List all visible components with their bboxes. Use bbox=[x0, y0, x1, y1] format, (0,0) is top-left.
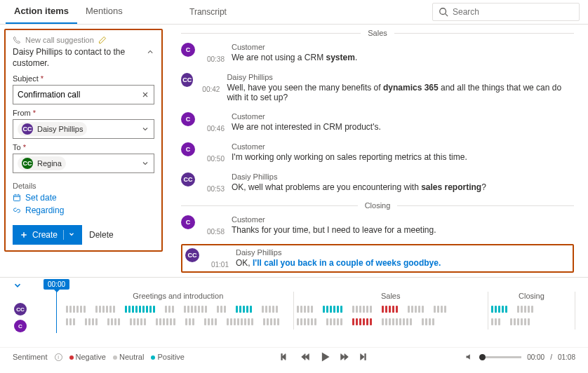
forward-icon[interactable] bbox=[340, 352, 349, 362]
chevron-down-icon[interactable] bbox=[141, 159, 149, 168]
delete-button[interactable]: Delete bbox=[89, 230, 114, 240]
chevron-down-icon[interactable] bbox=[141, 125, 149, 133]
speaker: Dasiy Phillips bbox=[232, 172, 486, 181]
timestamp: 00:38 bbox=[202, 43, 225, 63]
track-avatar-customer: C bbox=[14, 320, 27, 332]
svg-marker-17 bbox=[361, 354, 364, 360]
timeline-collapse-icon[interactable] bbox=[13, 280, 22, 290]
svg-rect-18 bbox=[365, 354, 366, 360]
set-date-link[interactable]: Set date bbox=[13, 193, 154, 203]
transcript-panel: Sales C 00:38 Customer We are not using … bbox=[167, 25, 588, 277]
card-title: Daisy Phillips to contact to the custome… bbox=[13, 47, 146, 69]
volume-icon[interactable] bbox=[465, 353, 474, 361]
action-item-card: New call suggestion Daisy Phillips to co… bbox=[4, 29, 163, 252]
rewind-icon[interactable] bbox=[300, 352, 310, 362]
info-icon[interactable]: i bbox=[55, 353, 62, 361]
subject-input-wrap[interactable] bbox=[13, 85, 154, 104]
speaker: Daisy Phillips bbox=[236, 248, 441, 257]
svg-marker-15 bbox=[341, 354, 345, 360]
to-input-wrap[interactable]: CC Regina bbox=[13, 154, 154, 173]
transcript-label: Transcript bbox=[189, 7, 227, 17]
svg-marker-16 bbox=[345, 354, 348, 360]
svg-marker-13 bbox=[305, 354, 309, 360]
transcript-message[interactable]: C 00:50 Customer I'm working only workin… bbox=[181, 141, 574, 164]
link-icon bbox=[13, 206, 21, 215]
message-text: We are not using a CRM system. bbox=[232, 53, 357, 62]
plus-icon bbox=[20, 231, 28, 239]
to-label: To bbox=[13, 143, 21, 151]
message-text: Well, have you seen the many benefits of… bbox=[227, 83, 574, 102]
section-sales: Sales bbox=[368, 29, 387, 37]
create-button[interactable]: Create bbox=[13, 225, 82, 245]
message-text: OK, well what problems are you encounter… bbox=[232, 182, 486, 192]
svg-marker-12 bbox=[302, 354, 305, 360]
sentiment-legend: Sentiment i Negative Neutral Positive bbox=[13, 353, 185, 361]
timeline-section[interactable]: Greetings and introduction bbox=[63, 292, 294, 330]
search-box[interactable] bbox=[432, 3, 580, 21]
speaker: Customer bbox=[232, 112, 381, 121]
suggestion-label: New call suggestion bbox=[25, 36, 94, 44]
svg-marker-19 bbox=[467, 354, 470, 360]
avatar: CC bbox=[185, 248, 199, 262]
volume-slider[interactable] bbox=[479, 356, 521, 358]
speaker: Daisy Phillips bbox=[227, 73, 574, 81]
collapse-icon[interactable] bbox=[146, 47, 154, 57]
timeline-track bbox=[63, 317, 293, 327]
timeline-track bbox=[294, 304, 488, 314]
tab-action-items[interactable]: Action items bbox=[6, 0, 77, 24]
timestamp: 00:46 bbox=[202, 112, 225, 133]
timeline-track bbox=[488, 304, 575, 314]
play-icon[interactable] bbox=[320, 352, 330, 362]
calendar-icon bbox=[13, 194, 21, 202]
tabs: Action items Mentions bbox=[0, 0, 175, 24]
message-text: I'm working only working on sales report… bbox=[232, 152, 467, 162]
track-avatar-agent: CC bbox=[14, 303, 27, 316]
transcript-message[interactable]: CC 01:01 Daisy Phillips OK, I'll call yo… bbox=[181, 244, 574, 273]
from-input-wrap[interactable]: CC Daisy Phillips bbox=[13, 119, 154, 139]
message-text: OK, I'll call you back in a couple of we… bbox=[236, 258, 441, 268]
tab-mentions[interactable]: Mentions bbox=[77, 0, 131, 24]
speaker: Customer bbox=[232, 43, 357, 51]
edit-icon[interactable] bbox=[98, 36, 107, 44]
timestamp: 00:50 bbox=[202, 142, 225, 163]
svg-rect-11 bbox=[281, 354, 282, 360]
transcript-message[interactable]: C 00:46 Customer We are not interested i… bbox=[181, 111, 574, 134]
avatar: CC bbox=[181, 73, 193, 87]
transcript-message[interactable]: C 00:58 Customer Thanks for your time, b… bbox=[181, 214, 574, 237]
from-label: From bbox=[13, 109, 31, 117]
clear-icon[interactable] bbox=[141, 90, 149, 99]
details-label: Details bbox=[13, 182, 154, 190]
from-chip[interactable]: CC Daisy Phillips bbox=[18, 122, 87, 136]
transcript-message[interactable]: C 00:38 Customer We are not using a CRM … bbox=[181, 41, 574, 65]
avatar: C bbox=[181, 112, 195, 126]
section-closing: Closing bbox=[365, 201, 391, 210]
chevron-down-icon bbox=[68, 231, 75, 238]
search-icon bbox=[439, 7, 448, 17]
timestamp: 00:58 bbox=[202, 215, 225, 236]
time-current: 00:00 bbox=[527, 353, 544, 361]
avatar: CC bbox=[181, 172, 195, 186]
svg-point-0 bbox=[440, 8, 446, 15]
avatar: C bbox=[181, 215, 195, 229]
transcript-message[interactable]: CC 00:53 Dasiy Phillips OK, well what pr… bbox=[181, 171, 574, 194]
subject-label: Subject bbox=[13, 74, 39, 83]
time-total: 01:08 bbox=[558, 353, 575, 361]
transcript-message[interactable]: CC 00:42 Daisy Phillips Well, have you s… bbox=[181, 72, 574, 104]
timeline-section[interactable]: Closing bbox=[488, 292, 575, 330]
svg-line-1 bbox=[446, 14, 448, 17]
player-controls bbox=[281, 352, 369, 362]
regarding-link[interactable]: Regarding bbox=[13, 205, 154, 215]
avatar: C bbox=[181, 43, 195, 57]
subject-input[interactable] bbox=[18, 90, 141, 100]
timeline: 00:00 CC C Greetings and introductionSal… bbox=[0, 277, 588, 347]
timeline-section[interactable]: Sales bbox=[294, 292, 488, 330]
speaker: Customer bbox=[232, 142, 467, 151]
timeline-track bbox=[63, 304, 293, 314]
search-input[interactable] bbox=[453, 7, 573, 17]
to-chip[interactable]: CC Regina bbox=[18, 156, 66, 170]
skip-back-icon[interactable] bbox=[281, 352, 290, 362]
skip-forward-icon[interactable] bbox=[359, 352, 369, 362]
timestamp: 00:42 bbox=[200, 73, 220, 102]
avatar: CC bbox=[22, 158, 33, 169]
speaker: Customer bbox=[232, 215, 436, 224]
